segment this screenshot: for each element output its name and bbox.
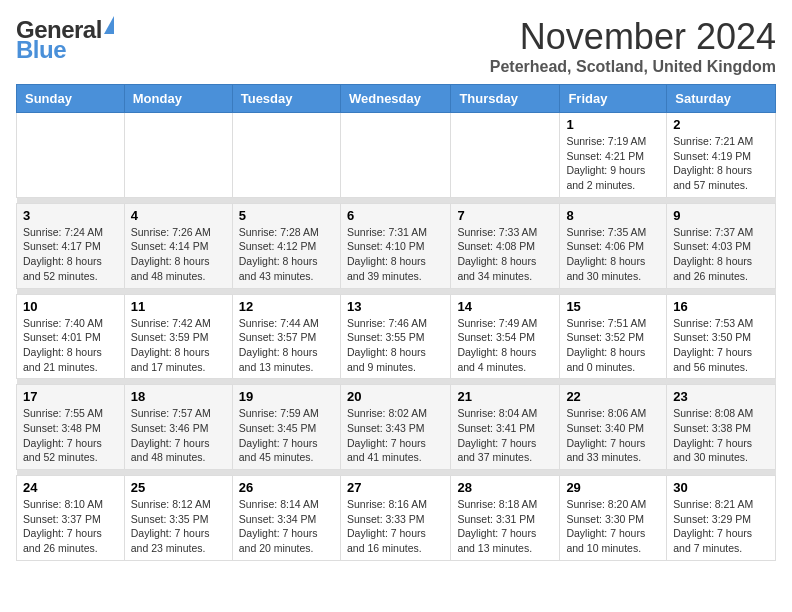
calendar-cell: 4Sunrise: 7:26 AMSunset: 4:14 PMDaylight… xyxy=(124,203,232,288)
day-number: 29 xyxy=(566,480,660,495)
day-info: Sunrise: 7:49 AMSunset: 3:54 PMDaylight:… xyxy=(457,316,553,375)
location: Peterhead, Scotland, United Kingdom xyxy=(490,58,776,76)
day-number: 16 xyxy=(673,299,769,314)
calendar-cell: 29Sunrise: 8:20 AMSunset: 3:30 PMDayligh… xyxy=(560,476,667,561)
day-info: Sunrise: 7:55 AMSunset: 3:48 PMDaylight:… xyxy=(23,406,118,465)
day-info: Sunrise: 8:02 AMSunset: 3:43 PMDaylight:… xyxy=(347,406,444,465)
calendar-cell: 21Sunrise: 8:04 AMSunset: 3:41 PMDayligh… xyxy=(451,385,560,470)
day-number: 1 xyxy=(566,117,660,132)
day-number: 13 xyxy=(347,299,444,314)
calendar-cell: 15Sunrise: 7:51 AMSunset: 3:52 PMDayligh… xyxy=(560,294,667,379)
calendar-cell: 12Sunrise: 7:44 AMSunset: 3:57 PMDayligh… xyxy=(232,294,340,379)
column-header-thursday: Thursday xyxy=(451,85,560,113)
day-info: Sunrise: 8:18 AMSunset: 3:31 PMDaylight:… xyxy=(457,497,553,556)
calendar-cell xyxy=(232,113,340,198)
day-number: 22 xyxy=(566,389,660,404)
title-area: November 2024 Peterhead, Scotland, Unite… xyxy=(490,16,776,76)
day-number: 8 xyxy=(566,208,660,223)
day-number: 11 xyxy=(131,299,226,314)
calendar-cell: 1Sunrise: 7:19 AMSunset: 4:21 PMDaylight… xyxy=(560,113,667,198)
calendar-cell: 20Sunrise: 8:02 AMSunset: 3:43 PMDayligh… xyxy=(340,385,450,470)
column-header-friday: Friday xyxy=(560,85,667,113)
day-info: Sunrise: 7:59 AMSunset: 3:45 PMDaylight:… xyxy=(239,406,334,465)
day-info: Sunrise: 7:42 AMSunset: 3:59 PMDaylight:… xyxy=(131,316,226,375)
day-number: 3 xyxy=(23,208,118,223)
day-number: 25 xyxy=(131,480,226,495)
calendar-cell: 8Sunrise: 7:35 AMSunset: 4:06 PMDaylight… xyxy=(560,203,667,288)
column-header-sunday: Sunday xyxy=(17,85,125,113)
day-number: 6 xyxy=(347,208,444,223)
day-info: Sunrise: 7:37 AMSunset: 4:03 PMDaylight:… xyxy=(673,225,769,284)
calendar-cell: 28Sunrise: 8:18 AMSunset: 3:31 PMDayligh… xyxy=(451,476,560,561)
header: General Blue November 2024 Peterhead, Sc… xyxy=(16,16,776,76)
day-number: 26 xyxy=(239,480,334,495)
day-number: 23 xyxy=(673,389,769,404)
day-info: Sunrise: 8:10 AMSunset: 3:37 PMDaylight:… xyxy=(23,497,118,556)
day-number: 17 xyxy=(23,389,118,404)
day-info: Sunrise: 7:51 AMSunset: 3:52 PMDaylight:… xyxy=(566,316,660,375)
calendar-cell: 27Sunrise: 8:16 AMSunset: 3:33 PMDayligh… xyxy=(340,476,450,561)
day-number: 4 xyxy=(131,208,226,223)
calendar-cell: 16Sunrise: 7:53 AMSunset: 3:50 PMDayligh… xyxy=(667,294,776,379)
day-info: Sunrise: 8:21 AMSunset: 3:29 PMDaylight:… xyxy=(673,497,769,556)
calendar-week-row: 3Sunrise: 7:24 AMSunset: 4:17 PMDaylight… xyxy=(17,203,776,288)
day-info: Sunrise: 7:28 AMSunset: 4:12 PMDaylight:… xyxy=(239,225,334,284)
calendar-cell xyxy=(451,113,560,198)
calendar-cell: 13Sunrise: 7:46 AMSunset: 3:55 PMDayligh… xyxy=(340,294,450,379)
day-number: 27 xyxy=(347,480,444,495)
calendar-week-row: 17Sunrise: 7:55 AMSunset: 3:48 PMDayligh… xyxy=(17,385,776,470)
calendar-cell: 25Sunrise: 8:12 AMSunset: 3:35 PMDayligh… xyxy=(124,476,232,561)
day-info: Sunrise: 7:53 AMSunset: 3:50 PMDaylight:… xyxy=(673,316,769,375)
calendar-cell xyxy=(124,113,232,198)
calendar-cell: 6Sunrise: 7:31 AMSunset: 4:10 PMDaylight… xyxy=(340,203,450,288)
calendar-cell: 19Sunrise: 7:59 AMSunset: 3:45 PMDayligh… xyxy=(232,385,340,470)
day-number: 28 xyxy=(457,480,553,495)
day-info: Sunrise: 8:04 AMSunset: 3:41 PMDaylight:… xyxy=(457,406,553,465)
column-header-monday: Monday xyxy=(124,85,232,113)
logo-blue-text: Blue xyxy=(16,36,66,64)
day-info: Sunrise: 8:14 AMSunset: 3:34 PMDaylight:… xyxy=(239,497,334,556)
day-info: Sunrise: 7:26 AMSunset: 4:14 PMDaylight:… xyxy=(131,225,226,284)
calendar-week-row: 24Sunrise: 8:10 AMSunset: 3:37 PMDayligh… xyxy=(17,476,776,561)
day-info: Sunrise: 7:19 AMSunset: 4:21 PMDaylight:… xyxy=(566,134,660,193)
calendar-cell: 7Sunrise: 7:33 AMSunset: 4:08 PMDaylight… xyxy=(451,203,560,288)
day-info: Sunrise: 7:40 AMSunset: 4:01 PMDaylight:… xyxy=(23,316,118,375)
day-number: 30 xyxy=(673,480,769,495)
month-title: November 2024 xyxy=(490,16,776,58)
calendar-cell: 14Sunrise: 7:49 AMSunset: 3:54 PMDayligh… xyxy=(451,294,560,379)
day-info: Sunrise: 7:44 AMSunset: 3:57 PMDaylight:… xyxy=(239,316,334,375)
logo: General Blue xyxy=(16,16,114,64)
day-number: 21 xyxy=(457,389,553,404)
day-number: 19 xyxy=(239,389,334,404)
calendar-cell: 2Sunrise: 7:21 AMSunset: 4:19 PMDaylight… xyxy=(667,113,776,198)
day-info: Sunrise: 8:06 AMSunset: 3:40 PMDaylight:… xyxy=(566,406,660,465)
calendar-cell: 30Sunrise: 8:21 AMSunset: 3:29 PMDayligh… xyxy=(667,476,776,561)
day-number: 10 xyxy=(23,299,118,314)
calendar-week-row: 1Sunrise: 7:19 AMSunset: 4:21 PMDaylight… xyxy=(17,113,776,198)
day-number: 5 xyxy=(239,208,334,223)
day-info: Sunrise: 8:12 AMSunset: 3:35 PMDaylight:… xyxy=(131,497,226,556)
day-number: 12 xyxy=(239,299,334,314)
calendar: SundayMondayTuesdayWednesdayThursdayFrid… xyxy=(16,84,776,561)
day-number: 20 xyxy=(347,389,444,404)
day-number: 18 xyxy=(131,389,226,404)
day-number: 7 xyxy=(457,208,553,223)
day-info: Sunrise: 7:21 AMSunset: 4:19 PMDaylight:… xyxy=(673,134,769,193)
calendar-cell: 3Sunrise: 7:24 AMSunset: 4:17 PMDaylight… xyxy=(17,203,125,288)
calendar-cell: 22Sunrise: 8:06 AMSunset: 3:40 PMDayligh… xyxy=(560,385,667,470)
day-info: Sunrise: 7:31 AMSunset: 4:10 PMDaylight:… xyxy=(347,225,444,284)
day-info: Sunrise: 7:57 AMSunset: 3:46 PMDaylight:… xyxy=(131,406,226,465)
calendar-cell: 11Sunrise: 7:42 AMSunset: 3:59 PMDayligh… xyxy=(124,294,232,379)
column-header-saturday: Saturday xyxy=(667,85,776,113)
calendar-cell: 26Sunrise: 8:14 AMSunset: 3:34 PMDayligh… xyxy=(232,476,340,561)
calendar-week-row: 10Sunrise: 7:40 AMSunset: 4:01 PMDayligh… xyxy=(17,294,776,379)
calendar-cell: 24Sunrise: 8:10 AMSunset: 3:37 PMDayligh… xyxy=(17,476,125,561)
day-info: Sunrise: 8:20 AMSunset: 3:30 PMDaylight:… xyxy=(566,497,660,556)
calendar-cell xyxy=(17,113,125,198)
day-number: 9 xyxy=(673,208,769,223)
day-number: 2 xyxy=(673,117,769,132)
day-info: Sunrise: 8:16 AMSunset: 3:33 PMDaylight:… xyxy=(347,497,444,556)
day-number: 15 xyxy=(566,299,660,314)
column-header-wednesday: Wednesday xyxy=(340,85,450,113)
calendar-cell: 9Sunrise: 7:37 AMSunset: 4:03 PMDaylight… xyxy=(667,203,776,288)
